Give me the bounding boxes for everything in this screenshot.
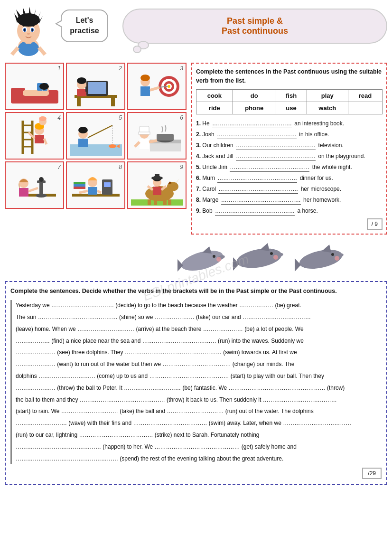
- sentence-item-4: 4. Jack and Jill …………………………………… on the p…: [196, 152, 383, 161]
- svg-point-125: [270, 252, 273, 255]
- speech-text: Let's practise: [70, 16, 99, 35]
- scene-9-svg: [131, 165, 183, 206]
- passage-text: Yesterday we …………………………… (decide) to go …: [10, 300, 382, 464]
- svg-rect-46: [140, 86, 150, 96]
- svg-marker-116: [177, 259, 183, 272]
- img-num-5: 5: [119, 114, 122, 121]
- img-num-8: 8: [119, 164, 122, 170]
- passage-line: ………………… (want) to run out of the water b…: [16, 359, 382, 370]
- svg-point-36: [77, 77, 86, 84]
- image-cell-2: 2: [66, 63, 125, 110]
- svg-line-22: [39, 47, 45, 55]
- svg-point-69: [109, 144, 116, 148]
- img-num-6: 6: [180, 114, 183, 121]
- score-frame-1: / 9: [367, 218, 383, 230]
- verb-cook: cook: [196, 89, 233, 102]
- svg-rect-111: [155, 174, 159, 179]
- svg-rect-74: [157, 134, 174, 141]
- svg-rect-92: [74, 187, 85, 189]
- image-cell-8: 8: [66, 161, 125, 209]
- svg-rect-78: [140, 139, 149, 149]
- svg-rect-82: [39, 182, 43, 195]
- character-illustration: [5, 5, 57, 57]
- svg-line-21: [12, 47, 18, 55]
- passage-line: ……………………………………… (happen) to her. We ……………: [16, 442, 382, 452]
- svg-rect-31: [77, 98, 81, 106]
- svg-line-97: [79, 191, 88, 193]
- svg-rect-66: [78, 139, 88, 147]
- svg-line-80: [135, 142, 140, 147]
- verb-play: play: [307, 89, 348, 102]
- svg-line-18: [23, 26, 27, 26]
- svg-rect-32: [111, 98, 115, 106]
- scene-6-svg: [131, 116, 183, 156]
- ex1-instruction: Complete the sentences in the Past conti…: [196, 67, 383, 85]
- svg-rect-58: [35, 135, 44, 143]
- svg-rect-77: [139, 132, 150, 134]
- svg-point-20: [27, 33, 30, 35]
- svg-point-16: [24, 29, 26, 31]
- svg-point-65: [78, 127, 88, 133]
- svg-line-47: [150, 87, 159, 90]
- img-num-3: 3: [180, 65, 183, 72]
- ex1-instruction-text: Complete the sentences in the Past conti…: [196, 68, 382, 84]
- svg-rect-109: [153, 187, 161, 195]
- exercise2-panel: Complete the sentences. Decide whether t…: [5, 281, 387, 485]
- verb-table: cook do fish play read ride phone use wa…: [196, 89, 383, 114]
- passage-line: ………………… (throw) the ball to Peter. It ………: [16, 383, 382, 394]
- svg-rect-103: [148, 199, 151, 205]
- img-num-9: 9: [180, 164, 183, 170]
- passage-line: ……………… (find) a nice place near the sea …: [16, 336, 382, 347]
- svg-rect-26: [23, 90, 49, 96]
- score-value-2: /29: [368, 470, 376, 477]
- passage-line: (run) to our car, lightning …………………………………: [16, 430, 382, 441]
- sentence-item-9: 9. Bob …………………………………… a horse.: [196, 207, 383, 216]
- img-num-7: 7: [57, 164, 61, 170]
- passage-line: The sun …………………………………… (shine) so we …………: [16, 312, 382, 323]
- scene-7-svg: [9, 165, 61, 206]
- passage-line: dolphins ………………………… (come) up to us and …: [16, 371, 382, 382]
- title-line2: Past continuous: [135, 26, 375, 36]
- score-box-2: /29: [10, 468, 382, 479]
- svg-rect-34: [88, 82, 106, 94]
- passage-line: ……………………… (wave) with their fins and …………: [16, 418, 382, 429]
- ex2-instruction: Complete the sentences. Decide whether t…: [10, 287, 382, 296]
- svg-point-126: [273, 255, 278, 260]
- image-cell-5: 5: [66, 112, 125, 160]
- title-cloud: Past simple & Past continuous: [122, 9, 387, 44]
- image-cell-4: 4: [5, 112, 64, 160]
- sentence-item-5: 5. Uncle Jim …………………………………… the whole ni…: [196, 163, 383, 172]
- sentence-item-6: 6. Mum …………………………………… dinner for us.: [196, 174, 383, 183]
- sentence-item-3: 3. Our children …………………………………… televisio…: [196, 141, 383, 150]
- scene-4-svg: [9, 116, 61, 156]
- verb-read: read: [348, 89, 382, 102]
- svg-point-84: [36, 194, 47, 198]
- image-cell-6: 6: [127, 112, 187, 160]
- scene-5-svg: [70, 116, 122, 156]
- svg-rect-93: [74, 184, 85, 187]
- svg-line-60: [44, 139, 47, 144]
- svg-point-17: [32, 29, 33, 31]
- passage-line: the ball to them and they ………………………………………: [16, 395, 382, 405]
- svg-line-79: [149, 141, 157, 142]
- scene-2-svg: [70, 66, 122, 107]
- svg-line-67: [88, 125, 112, 138]
- verb-use: use: [276, 102, 307, 114]
- svg-point-131: [331, 253, 334, 256]
- svg-rect-105: [163, 199, 167, 205]
- images-grid: 1 2: [5, 63, 187, 235]
- svg-line-19: [30, 26, 34, 26]
- sentence-item-2: 2. Josh …………………………………… in his office.: [196, 130, 383, 139]
- score-frame-2: /29: [362, 468, 382, 479]
- passage-line: ………………… (see) three dolphins. They ………………: [16, 347, 382, 358]
- image-cell-9: 9: [127, 161, 187, 209]
- sentence-list: 1. He …………………………………… an interesting book…: [196, 119, 383, 216]
- svg-rect-94: [74, 182, 85, 184]
- svg-marker-117: [202, 246, 212, 254]
- svg-marker-102: [176, 179, 179, 183]
- svg-rect-38: [85, 86, 88, 92]
- main-content-row: 1 2: [5, 63, 387, 235]
- verb-watch: watch: [307, 102, 348, 114]
- verb-ride: ride: [196, 102, 233, 114]
- scene-8-svg: [70, 165, 122, 206]
